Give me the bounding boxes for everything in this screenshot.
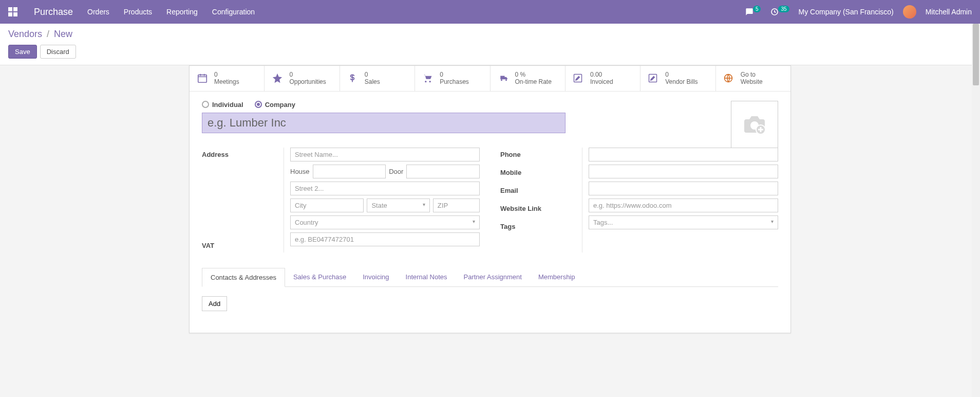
website-input[interactable] [589,199,778,212]
tab-internal-notes[interactable]: Internal Notes [398,268,456,286]
apps-icon[interactable] [8,7,17,16]
breadcrumb-parent[interactable]: Vendors [8,29,42,39]
camera-plus-icon [741,112,768,137]
star-icon [272,73,284,84]
radio-icon [202,101,209,108]
scrollbar-thumb[interactable] [973,24,979,85]
menu-configuration[interactable]: Configuration [212,8,255,16]
street-input[interactable] [290,148,480,161]
app-title[interactable]: Purchase [34,7,73,17]
truck-icon [498,74,510,83]
stat-vendor-bills[interactable]: 0Vendor Bills [640,66,715,91]
tab-invoicing[interactable]: Invoicing [354,268,397,286]
label-mobile: Mobile [500,166,576,179]
stat-meetings[interactable]: 0Meetings [190,66,265,91]
notebook-tabs: Contacts & Addresses Sales & Purchase In… [202,268,778,287]
tab-contacts-addresses[interactable]: Contacts & Addresses [202,268,285,287]
image-upload[interactable] [731,101,778,148]
stat-buttons-bar: 0Meetings 0Opportunities 0Sales 0Purchas… [190,66,790,92]
breadcrumb: Vendors / New [8,29,972,40]
phone-input[interactable] [589,148,778,161]
svg-rect-1 [198,75,207,83]
stat-purchases[interactable]: 0Purchases [415,66,490,91]
stat-sales[interactable]: 0Sales [340,66,415,91]
stat-opportunities[interactable]: 0Opportunities [265,66,340,91]
scrollbar[interactable] [972,24,980,354]
name-input[interactable] [202,113,566,133]
calendar-icon [197,73,209,84]
radio-individual[interactable]: Individual [202,101,243,109]
label-address: Address [202,148,277,161]
email-input[interactable] [589,182,778,195]
user-menu[interactable]: Mitchell Admin [926,8,972,16]
tab-membership[interactable]: Membership [530,268,583,286]
tab-partner-assignment[interactable]: Partner Assignment [456,268,530,286]
form-sheet: 0Meetings 0Opportunities 0Sales 0Purchas… [189,65,791,333]
stat-invoiced[interactable]: 0.00Invoiced [566,66,640,91]
globe-icon [723,73,736,83]
label-vat: VAT [202,239,277,252]
stat-ontime-rate[interactable]: 0 %On-time Rate [491,66,566,91]
menu-products[interactable]: Products [124,8,152,16]
top-navbar: Purchase Orders Products Reporting Confi… [0,0,980,24]
vat-input[interactable] [290,232,480,246]
control-panel: Vendors / New Save Discard [0,24,980,65]
country-select[interactable]: Country [290,215,480,229]
activities-badge: 35 [778,6,789,12]
label-tags: Tags [500,220,576,233]
company-switcher[interactable]: My Company (San Francisco) [799,8,894,16]
mobile-input[interactable] [589,165,778,178]
discard-button[interactable]: Discard [40,45,76,59]
radio-icon [255,101,262,108]
pencil-square-icon [573,73,585,83]
save-button[interactable]: Save [8,45,37,59]
messages-button[interactable]: 5 [745,8,761,16]
tags-select[interactable]: Tags... [589,215,778,229]
add-contact-button[interactable]: Add [202,296,227,311]
pencil-square-icon [648,73,660,83]
messages-badge: 5 [753,6,761,12]
breadcrumb-current: New [54,29,72,39]
company-type-radio-group: Individual Company [202,101,778,109]
label-house: House [290,165,310,178]
state-select[interactable]: State [367,199,429,212]
door-input[interactable] [406,165,480,178]
label-door: Door [389,165,403,178]
zip-input[interactable] [433,199,480,212]
city-input[interactable] [290,199,364,212]
user-avatar[interactable] [903,5,916,19]
cart-icon [422,73,435,83]
label-phone: Phone [500,148,576,161]
house-input[interactable] [313,165,386,178]
street2-input[interactable] [290,182,480,195]
radio-company[interactable]: Company [255,101,295,109]
menu-reporting[interactable]: Reporting [166,8,198,16]
label-website: Website Link [500,202,576,215]
label-email: Email [500,184,576,197]
menu-orders[interactable]: Orders [87,8,109,16]
dollar-icon [347,73,360,84]
stat-website[interactable]: Go toWebsite [716,66,790,91]
activities-button[interactable]: 35 [770,7,789,16]
tab-sales-purchase[interactable]: Sales & Purchase [285,268,354,286]
